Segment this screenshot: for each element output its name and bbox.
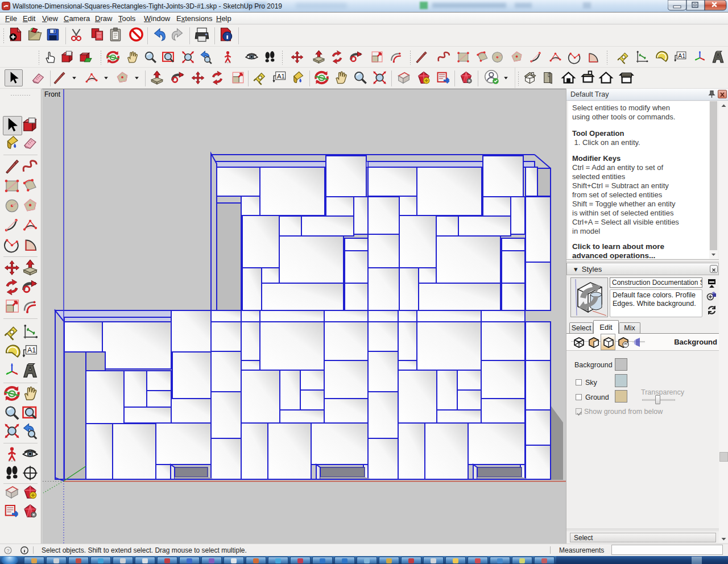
svg-text:?: ? (7, 548, 10, 554)
